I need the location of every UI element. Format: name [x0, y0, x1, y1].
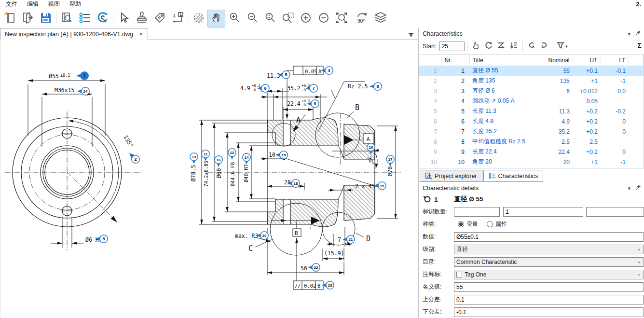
column-header[interactable] — [419, 55, 441, 66]
kind-radio-variable[interactable]: 变量 — [458, 220, 478, 228]
characteristics-list-icon — [79, 12, 91, 26]
rotate-90-button[interactable]: 90° — [354, 10, 371, 28]
tag-select[interactable]: Tag One⌄ — [454, 270, 644, 279]
kind-radio-attribute[interactable]: 属性 — [487, 220, 507, 228]
table-row[interactable]: 99长度 22.422.4+0.20 — [419, 147, 644, 157]
tab-list-dropdown-icon[interactable]: ▼ — [409, 33, 413, 38]
zoom-out-button[interactable] — [243, 10, 261, 28]
lower-tolerance-input[interactable] — [454, 307, 644, 317]
menu-file[interactable]: 文件 — [2, 0, 23, 9]
panel-collapse-icon[interactable]: ▾ — [628, 31, 630, 37]
table-row[interactable]: 11直径 Ø 5555+0.1-0.1 — [419, 66, 644, 76]
pin-icon[interactable] — [635, 30, 641, 38]
lasso-selection-button[interactable] — [190, 10, 207, 28]
id-qty-input-1[interactable] — [454, 207, 500, 217]
dimension-corner-button[interactable]: 1A — [168, 10, 186, 28]
column-header[interactable]: UT — [573, 55, 601, 66]
dim-22-4: 22.4 — [287, 100, 301, 107]
new-inspection-plan-button[interactable] — [1, 10, 19, 28]
id-qty-input-3[interactable] — [586, 207, 644, 217]
drawing-canvas[interactable]: Ø55 ±0.1 M36x15 135° Ø6 H7 0.05 A 11.3 4… — [0, 40, 418, 318]
save-button[interactable] — [37, 10, 55, 28]
balloon-12[interactable]: 12 — [228, 149, 236, 160]
zoom-fit-button[interactable] — [332, 10, 350, 28]
dim-dia55: Ø55 — [49, 73, 59, 80]
stamp-tool-button[interactable] — [133, 10, 151, 28]
column-header[interactable]: Nr. — [441, 55, 469, 66]
dim-56: 56 — [301, 265, 307, 272]
table-row[interactable]: 77长度 35.235.2+0.20 — [419, 126, 644, 137]
find-in-document-button[interactable] — [58, 10, 76, 28]
tab-close-icon[interactable]: × — [138, 30, 144, 38]
decrease-button[interactable] — [315, 10, 332, 28]
characteristics-table-body[interactable]: 11直径 Ø 5555+0.1-0.122角度 135135+1-133直径 Ø… — [419, 66, 644, 167]
step-forward-button[interactable] — [538, 41, 550, 52]
characteristics-list-button[interactable] — [76, 10, 94, 28]
balloon-1[interactable]: 1 — [76, 72, 88, 80]
menu-help[interactable]: 帮助 — [66, 0, 87, 9]
balloon-2[interactable]: 2 — [129, 153, 139, 163]
layers-button[interactable] — [371, 10, 389, 28]
table-row[interactable]: 88平均值粗糙度 Rz 2.52.52.5 — [419, 137, 644, 147]
table-row[interactable]: 33直径 Ø 66+0.0120.0 — [419, 86, 644, 96]
zoom-in-button[interactable] — [225, 10, 243, 28]
balloon-22[interactable]: 22 — [308, 263, 320, 271]
menu-view[interactable]: 视图 — [44, 0, 66, 9]
table-row[interactable]: 55长度 11.311.3+0.2-0.2 — [419, 106, 644, 116]
balloon-13[interactable]: 13 — [190, 153, 198, 164]
upper-tolerance-input[interactable] — [454, 295, 644, 304]
zigzag-order-button[interactable] — [495, 41, 507, 52]
table-row[interactable]: 22角度 135135+1-1 — [419, 76, 644, 86]
filter-button[interactable]: ▾ — [556, 41, 568, 52]
start-input[interactable] — [439, 41, 465, 51]
balloon-14[interactable]: 14 — [243, 153, 250, 165]
zoom-window-button[interactable] — [279, 10, 297, 28]
step-forward-icon — [540, 41, 548, 51]
menu-edit[interactable]: 编辑 — [23, 0, 44, 9]
id-qty-input-2[interactable] — [503, 207, 583, 217]
step-back-button[interactable] — [525, 41, 538, 52]
sort-list-button[interactable] — [507, 41, 520, 52]
table-row[interactable]: 66长度 4.94.9+0.20 — [419, 116, 644, 126]
balloon-21[interactable]: 21 — [343, 235, 355, 243]
tab-characteristics[interactable]: Characteristics — [483, 170, 544, 182]
balloon-16[interactable]: 16 — [215, 156, 222, 167]
pan-hand-button[interactable] — [207, 10, 225, 28]
column-header[interactable]: LT — [601, 55, 629, 66]
balloon-23[interactable]: 23 — [322, 281, 334, 289]
zoom-dynamic-button[interactable] — [261, 10, 279, 28]
table-row[interactable]: 1010角度 2020+1-1 — [419, 157, 644, 167]
tag-checkbox[interactable] — [456, 272, 462, 277]
balloon-8[interactable]: 8 — [370, 83, 382, 90]
characteristic-name: 直径 Ø 55 — [454, 195, 483, 204]
balloon-15[interactable]: 15 — [275, 151, 288, 159]
document-tab[interactable]: New inspection plan (A) | 930-1200-406-V… — [0, 28, 148, 40]
catalog-select[interactable]: Common Characteristic⌄ — [454, 257, 644, 267]
tab-project-explorer[interactable]: Project explorer — [420, 170, 482, 182]
characteristics-table-header[interactable]: Nr.TitleNominalUTLT — [419, 55, 644, 66]
table-row[interactable]: 44圆跳动 ↗ 0.05 A0.05 — [419, 96, 644, 106]
column-header[interactable] — [629, 55, 644, 66]
refresh-order-button[interactable] — [482, 41, 495, 52]
increase-button[interactable] — [297, 10, 315, 28]
characteristics-table[interactable]: Nr.TitleNominalUTLT 11直径 Ø 5555+0.1-0.12… — [419, 55, 644, 168]
level-select[interactable]: 直径⌄ — [454, 245, 644, 254]
nominal-input[interactable] — [454, 282, 644, 292]
tab-project-explorer-label: Project explorer — [435, 173, 477, 180]
filter-dropdown-icon[interactable]: ▾ — [565, 44, 568, 49]
centerlines — [5, 111, 401, 250]
value-input[interactable] — [454, 232, 644, 242]
refresh-order-icon — [484, 41, 493, 51]
details-pin-icon[interactable] — [635, 184, 641, 192]
sum-button[interactable]: Σ — [638, 41, 642, 49]
pointer-hand-button[interactable] — [470, 41, 482, 52]
tag-tool-button[interactable] — [151, 10, 168, 28]
balloon-11[interactable]: 11 — [202, 150, 209, 161]
column-header[interactable]: Title — [469, 55, 543, 66]
details-collapse-icon[interactable]: ▾ — [628, 185, 630, 192]
select-cursor-button[interactable] — [115, 10, 133, 28]
balloon-17[interactable]: 17 — [386, 155, 394, 166]
settings-wrench-button[interactable] — [94, 10, 111, 28]
open-inspection-plan-button[interactable] — [19, 10, 37, 28]
column-header[interactable]: Nominal — [543, 55, 573, 66]
